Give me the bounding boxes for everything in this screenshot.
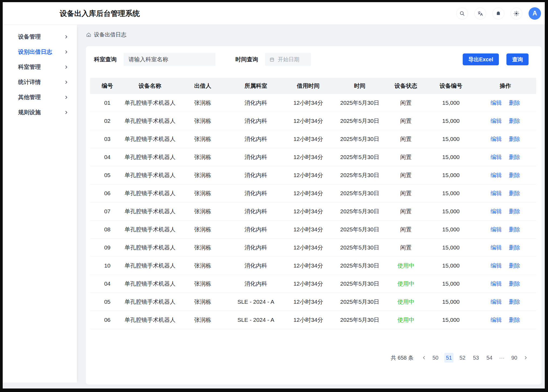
borrower: 张润栋 xyxy=(175,135,230,143)
device-name: 单孔腔镜手术机器人 xyxy=(124,135,175,143)
page-button-51[interactable]: 51 xyxy=(444,353,454,363)
department: 消化内科 xyxy=(230,226,282,233)
sidebar-item-label: 科室管理 xyxy=(18,63,41,71)
delete-link[interactable]: 删除 xyxy=(509,99,520,107)
column-header-5: 时间 xyxy=(335,82,384,90)
column-header-2: 出借人 xyxy=(175,82,230,90)
device-name: 单孔腔镜手术机器人 xyxy=(124,190,175,197)
translate-icon xyxy=(477,11,483,16)
time-search-label: 时间查询 xyxy=(235,56,258,63)
delete-link[interactable]: 删除 xyxy=(509,262,520,269)
borrow-date: 2025年5月30日 xyxy=(335,135,384,143)
sidebar-item-1[interactable]: 设别出借日志 xyxy=(3,46,77,58)
filter-bar: 科室查询 时间查询 开始日期 导出Excel 查询 xyxy=(90,53,536,66)
edit-link[interactable]: 编辑 xyxy=(491,171,502,179)
page-button-90[interactable]: 90 xyxy=(510,353,519,363)
device-status: 闲置 xyxy=(384,99,427,107)
edit-link[interactable]: 编辑 xyxy=(491,262,502,269)
row-id: 04 xyxy=(90,281,124,287)
chevron-right-icon xyxy=(64,110,68,114)
edit-link[interactable]: 编辑 xyxy=(491,280,502,288)
page-ellipsis: ··· xyxy=(497,353,506,363)
page-button-52[interactable]: 52 xyxy=(458,353,467,363)
borrower: 张润栋 xyxy=(175,262,230,269)
sidebar-item-5[interactable]: 规则设施 xyxy=(3,106,77,118)
borrow-date: 2025年5月30日 xyxy=(335,190,384,197)
department: 消化内科 xyxy=(230,244,282,251)
row-actions: 编辑删除 xyxy=(475,117,536,125)
sidebar-item-4[interactable]: 其他管理 xyxy=(3,91,77,103)
borrow-duration: 12小时34分 xyxy=(282,208,335,215)
borrow-date: 2025年5月30日 xyxy=(335,117,384,125)
device-name: 单孔腔镜手术机器人 xyxy=(124,262,175,269)
edit-link[interactable]: 编辑 xyxy=(491,316,502,324)
edit-link[interactable]: 编辑 xyxy=(491,226,502,233)
calendar-icon xyxy=(269,57,275,62)
delete-link[interactable]: 删除 xyxy=(509,153,520,161)
device-name: 单孔腔镜手术机器人 xyxy=(124,208,175,215)
device-number: 15,000 xyxy=(427,136,475,142)
table-body: 01单孔腔镜手术机器人张润栋消化内科12小时34分2025年5月30日闲置15,… xyxy=(90,94,536,329)
edit-link[interactable]: 编辑 xyxy=(491,153,502,161)
delete-link[interactable]: 删除 xyxy=(509,316,520,324)
edit-link[interactable]: 编辑 xyxy=(491,190,502,197)
edit-link[interactable]: 编辑 xyxy=(491,208,502,215)
app-title: 设备出入库后台管理系统 xyxy=(60,9,140,18)
edit-link[interactable]: 编辑 xyxy=(491,298,502,306)
device-name: 单孔腔镜手术机器人 xyxy=(124,298,175,306)
row-actions: 编辑删除 xyxy=(475,316,536,324)
export-excel-button[interactable]: 导出Excel xyxy=(463,53,499,65)
row-actions: 编辑删除 xyxy=(475,262,536,269)
edit-link[interactable]: 编辑 xyxy=(491,135,502,143)
department: 消化内科 xyxy=(230,190,282,197)
delete-link[interactable]: 删除 xyxy=(509,280,520,288)
notifications-button[interactable] xyxy=(492,8,504,19)
row-actions: 编辑删除 xyxy=(475,244,536,251)
theme-brightness-button[interactable] xyxy=(510,8,522,19)
prev-page-button[interactable] xyxy=(420,353,429,362)
delete-link[interactable]: 删除 xyxy=(509,298,520,306)
device-status: 闲置 xyxy=(384,135,427,143)
borrow-duration: 12小时34分 xyxy=(282,262,335,269)
delete-link[interactable]: 删除 xyxy=(509,117,520,125)
column-header-7: 设备编号 xyxy=(427,82,475,90)
delete-link[interactable]: 删除 xyxy=(509,226,520,233)
avatar[interactable]: A xyxy=(529,7,541,20)
sidebar-item-0[interactable]: 设备管理 xyxy=(3,31,77,43)
edit-link[interactable]: 编辑 xyxy=(491,117,502,125)
page-button-53[interactable]: 53 xyxy=(471,353,481,363)
sidebar-item-3[interactable]: 统计详情 xyxy=(3,76,77,88)
table-row: 06单孔腔镜手术机器人张润栋SLE - 2024 - A12小时34分2025年… xyxy=(90,311,536,329)
device-number: 15,000 xyxy=(427,172,475,178)
next-page-button[interactable] xyxy=(521,353,530,362)
query-button[interactable]: 查询 xyxy=(506,53,529,65)
device-number: 15,000 xyxy=(427,244,475,251)
borrower: 张润栋 xyxy=(175,99,230,107)
borrower: 张润栋 xyxy=(175,190,230,197)
device-name: 单孔腔镜手术机器人 xyxy=(124,171,175,179)
device-number: 15,000 xyxy=(427,154,475,160)
start-date-picker[interactable]: 开始日期 xyxy=(265,53,311,66)
chevron-right-icon xyxy=(64,80,68,84)
delete-link[interactable]: 删除 xyxy=(509,208,520,215)
edit-link[interactable]: 编辑 xyxy=(491,99,502,107)
page-button-50[interactable]: 50 xyxy=(431,353,440,363)
table-row: 03单孔腔镜手术机器人张润栋消化内科12小时34分2025年5月30日闲置15,… xyxy=(90,130,536,148)
borrow-duration: 12小时34分 xyxy=(282,117,335,125)
dept-search-input[interactable] xyxy=(124,53,215,66)
borrower: 张润栋 xyxy=(175,117,230,125)
page-button-54[interactable]: 54 xyxy=(485,353,494,363)
edit-link[interactable]: 编辑 xyxy=(491,244,502,251)
translate-button[interactable] xyxy=(474,8,486,19)
row-id: 02 xyxy=(90,118,124,124)
sidebar-item-2[interactable]: 科室管理 xyxy=(3,61,77,73)
delete-link[interactable]: 删除 xyxy=(509,244,520,251)
delete-link[interactable]: 删除 xyxy=(509,190,520,197)
delete-link[interactable]: 删除 xyxy=(509,171,520,179)
breadcrumb[interactable]: 设备出借日志 xyxy=(86,31,126,38)
department: 消化内科 xyxy=(230,117,282,125)
search-button[interactable] xyxy=(456,8,468,19)
app-window: 设备出入库后台管理系统 xyxy=(3,2,545,388)
table-row: 10单孔腔镜手术机器人张润栋消化内科12小时34分2025年5月30日使用中15… xyxy=(90,257,536,275)
delete-link[interactable]: 删除 xyxy=(509,135,520,143)
